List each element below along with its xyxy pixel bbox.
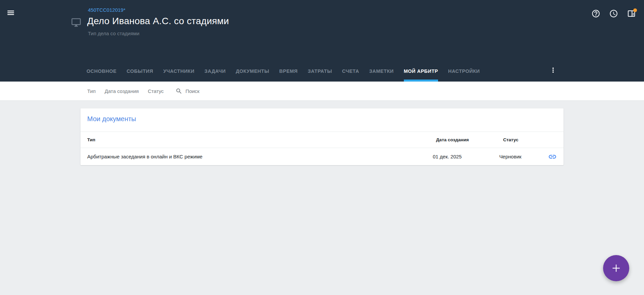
history-clock-icon[interactable] xyxy=(609,9,618,18)
tab-zatraty[interactable]: ЗАТРАТЫ xyxy=(308,65,332,82)
tab-dokumenty[interactable]: ДОКУМЕНТЫ xyxy=(236,65,269,82)
cell-date: 01 дек. 2025 xyxy=(433,154,499,159)
tab-sobytiya[interactable]: СОБЫТИЯ xyxy=(126,65,153,82)
page-title: Дело Иванова А.С. со стадиями xyxy=(87,16,229,27)
link-icon[interactable] xyxy=(548,152,557,161)
tab-scheta[interactable]: СЧЕТА xyxy=(342,65,359,82)
cell-status: Черновик xyxy=(499,154,548,159)
menu-icon[interactable] xyxy=(6,8,15,17)
app-header: 450TCC012019* Дело Иванова А.С. со стади… xyxy=(0,0,644,82)
my-documents-card: Мои документы Тип Дата создания Статус А… xyxy=(80,108,564,165)
tab-nastroyki[interactable]: НАСТРОЙКИ xyxy=(448,65,480,82)
tab-zametki[interactable]: ЗАМЕТКИ xyxy=(369,65,394,82)
filter-tip[interactable]: Тип xyxy=(87,88,96,94)
cell-type: Арбитражные заседания в онлайн и ВКС реж… xyxy=(87,154,433,159)
tab-zadachi[interactable]: ЗАДАЧИ xyxy=(205,65,226,82)
header-actions xyxy=(591,9,636,18)
table-body: Арбитражные заседания в онлайн и ВКС реж… xyxy=(80,148,564,165)
card-title: Мои документы xyxy=(80,108,564,132)
column-header-date: Дата создания xyxy=(436,137,503,142)
vertical-dots-icon[interactable] xyxy=(549,65,557,75)
tab-moy-arbitr[interactable]: МОЙ АРБИТР xyxy=(404,65,438,82)
notification-dot xyxy=(633,8,637,12)
search-icon xyxy=(175,88,182,95)
tab-osnovnoe[interactable]: ОСНОВНОЕ xyxy=(87,65,116,82)
search-box[interactable] xyxy=(175,88,236,95)
filter-bar: ТипДата созданияСтатус xyxy=(0,82,644,101)
reader-panel-icon[interactable] xyxy=(627,9,636,18)
tab-bar: ОСНОВНОЕСОБЫТИЯУЧАСТНИКИЗАДАЧИДОКУМЕНТЫВ… xyxy=(87,65,480,82)
page-subtitle: Тип дела со стадиями xyxy=(88,31,140,36)
plus-icon xyxy=(611,263,622,274)
tab-uchastniki[interactable]: УЧАСТНИКИ xyxy=(163,65,195,82)
monitor-icon xyxy=(71,17,81,29)
case-number-link[interactable]: 450TCC012019* xyxy=(88,7,125,13)
table-header: Тип Дата создания Статус xyxy=(80,132,564,148)
table-row[interactable]: Арбитражные заседания в онлайн и ВКС реж… xyxy=(80,148,564,165)
tab-vremya[interactable]: ВРЕМЯ xyxy=(279,65,298,82)
filter-data-sozdaniya[interactable]: Дата создания xyxy=(105,88,139,94)
help-icon[interactable] xyxy=(591,9,600,18)
filter-status[interactable]: Статус xyxy=(148,88,164,94)
column-header-type: Тип xyxy=(87,137,436,142)
column-header-status: Статус xyxy=(503,137,552,142)
search-input[interactable] xyxy=(185,88,236,94)
add-button[interactable] xyxy=(603,255,629,281)
